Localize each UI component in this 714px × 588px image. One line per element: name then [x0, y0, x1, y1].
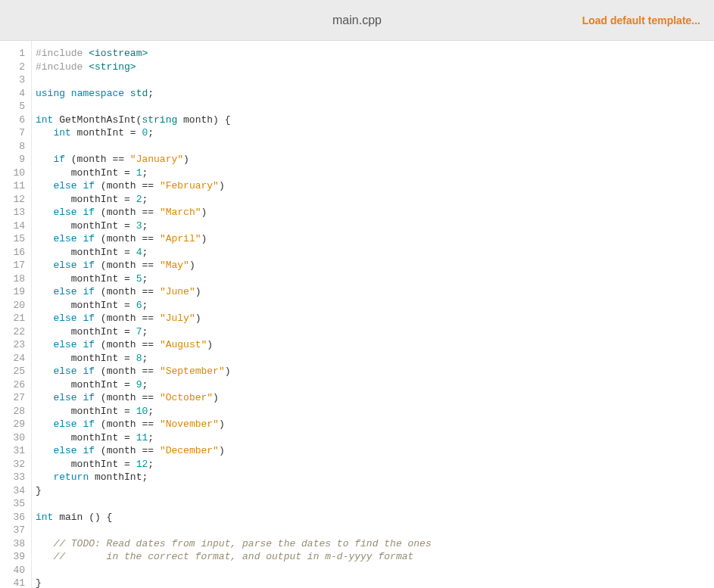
line-number: 15 [0, 232, 31, 246]
line-number: 28 [0, 405, 31, 418]
code-line[interactable]: // TODO: Read dates from input, parse th… [36, 537, 714, 551]
code-line[interactable]: else if (month == "April") [36, 232, 714, 246]
code-area[interactable]: #include <iostream>#include <string> usi… [32, 41, 714, 588]
code-line[interactable]: monthInt = 5; [36, 272, 714, 286]
line-number: 18 [0, 272, 31, 286]
line-number: 31 [0, 444, 31, 458]
line-number: 40 [0, 564, 31, 577]
code-line[interactable] [36, 140, 714, 154]
line-number: 3 [0, 73, 31, 87]
line-number: 20 [0, 299, 31, 313]
code-line[interactable]: else if (month == "February") [36, 179, 714, 193]
line-number: 35 [0, 497, 31, 511]
line-number: 38 [0, 537, 31, 551]
code-line[interactable] [36, 100, 714, 114]
line-number-gutter: 1234567891011121314151617181920212223242… [0, 41, 32, 588]
code-line[interactable]: monthInt = 2; [36, 193, 714, 207]
code-line[interactable] [36, 497, 714, 511]
line-number: 9 [0, 153, 31, 166]
code-line[interactable]: else if (month == "November") [36, 418, 714, 431]
code-line[interactable]: int monthInt = 0; [36, 126, 714, 140]
line-number: 2 [0, 61, 31, 74]
line-number: 23 [0, 338, 31, 352]
line-number: 37 [0, 524, 31, 537]
code-line[interactable]: if (month == "January") [36, 153, 714, 166]
line-number: 4 [0, 87, 31, 101]
line-number: 41 [0, 577, 31, 588]
line-number: 5 [0, 100, 31, 114]
line-number: 36 [0, 511, 31, 524]
code-line[interactable]: else if (month == "July") [36, 312, 714, 325]
line-number: 27 [0, 391, 31, 405]
code-line[interactable]: int main () { [36, 511, 714, 524]
line-number: 25 [0, 365, 31, 378]
code-line[interactable]: monthInt = 8; [36, 352, 714, 366]
line-number: 32 [0, 458, 31, 471]
code-line[interactable]: using namespace std; [36, 87, 714, 101]
code-line[interactable]: else if (month == "May") [36, 259, 714, 272]
line-number: 12 [0, 193, 31, 207]
line-number: 30 [0, 431, 31, 445]
code-line[interactable] [36, 73, 714, 87]
line-number: 14 [0, 219, 31, 233]
code-line[interactable]: } [36, 484, 714, 498]
load-default-template-link[interactable]: Load default template... [582, 14, 700, 26]
line-number: 11 [0, 179, 31, 193]
code-line[interactable]: monthInt = 9; [36, 378, 714, 392]
code-line[interactable]: int GetMonthAsInt(string month) { [36, 114, 714, 127]
line-number: 13 [0, 206, 31, 219]
line-number: 16 [0, 246, 31, 260]
code-line[interactable]: else if (month == "August") [36, 338, 714, 352]
code-line[interactable]: else if (month == "September") [36, 365, 714, 378]
filename-label: main.cpp [332, 14, 382, 27]
line-number: 26 [0, 378, 31, 392]
line-number: 33 [0, 471, 31, 484]
code-line[interactable]: else if (month == "March") [36, 206, 714, 219]
code-editor[interactable]: 1234567891011121314151617181920212223242… [0, 41, 714, 588]
code-line[interactable]: monthInt = 4; [36, 246, 714, 260]
line-number: 34 [0, 484, 31, 498]
code-line[interactable]: #include <string> [36, 61, 714, 74]
line-number: 8 [0, 140, 31, 154]
code-line[interactable]: return monthInt; [36, 471, 714, 484]
code-line[interactable]: } [36, 577, 714, 588]
line-number: 21 [0, 312, 31, 325]
editor-header: main.cpp Load default template... [0, 0, 714, 41]
line-number: 17 [0, 259, 31, 272]
line-number: 24 [0, 352, 31, 366]
code-line[interactable]: monthInt = 7; [36, 325, 714, 339]
line-number: 29 [0, 418, 31, 431]
code-line[interactable] [36, 524, 714, 537]
line-number: 22 [0, 325, 31, 339]
code-line[interactable]: else if (month == "October") [36, 391, 714, 405]
code-line[interactable]: monthInt = 1; [36, 166, 714, 180]
code-line[interactable]: else if (month == "December") [36, 444, 714, 458]
line-number: 39 [0, 550, 31, 564]
code-line[interactable]: monthInt = 3; [36, 219, 714, 233]
line-number: 6 [0, 114, 31, 127]
code-line[interactable]: #include <iostream> [36, 47, 714, 61]
code-line[interactable] [36, 564, 714, 577]
code-line[interactable]: monthInt = 11; [36, 431, 714, 445]
code-line[interactable]: monthInt = 10; [36, 405, 714, 418]
line-number: 7 [0, 126, 31, 140]
code-line[interactable]: monthInt = 6; [36, 299, 714, 313]
line-number: 19 [0, 285, 31, 299]
code-line[interactable]: else if (month == "June") [36, 285, 714, 299]
code-line[interactable]: // in the correct format, and output in … [36, 550, 714, 564]
code-line[interactable]: monthInt = 12; [36, 458, 714, 471]
line-number: 10 [0, 166, 31, 180]
line-number: 1 [0, 47, 31, 61]
